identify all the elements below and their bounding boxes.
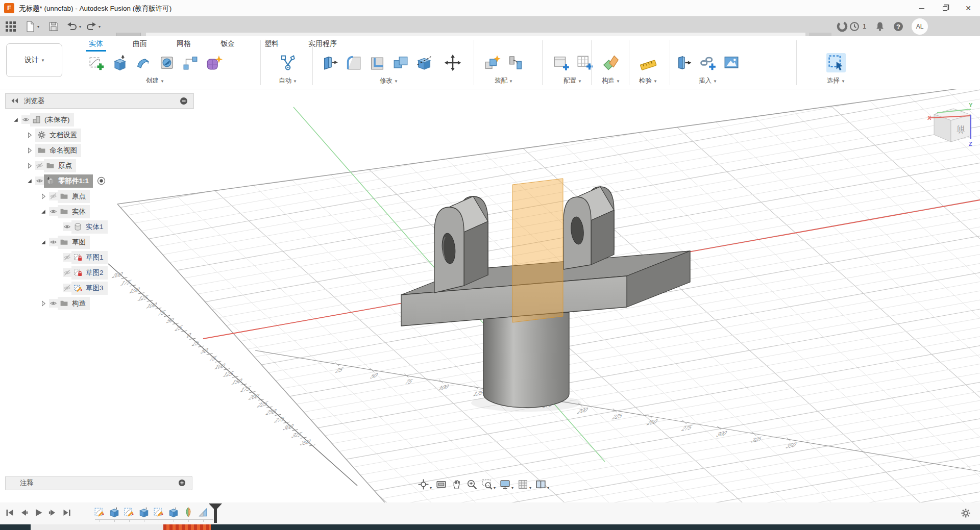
expanded-expander-icon[interactable] [12,116,19,123]
job-status-icon[interactable] [848,20,861,33]
orbit-tool[interactable]: ▾ [418,478,432,492]
timeline-skip-end-button[interactable] [62,508,72,517]
configure-icon[interactable] [551,53,571,72]
collapsed-expander-icon[interactable] [26,132,33,139]
hole-icon[interactable] [157,53,177,72]
new-component-icon[interactable] [482,53,502,72]
restore-button[interactable] [933,0,957,16]
tree-row-实体[interactable]: 实体 [40,205,90,218]
orbit-icon[interactable] [418,478,429,492]
view-cube[interactable]: 前XYZ [925,102,980,151]
collapsed-expander-icon[interactable] [40,193,47,200]
collapsed-expander-icon[interactable] [40,300,47,307]
visibility-eye-off-icon[interactable] [35,161,44,170]
display-settings-tool[interactable]: ▾ [499,478,513,492]
shell-icon[interactable] [368,53,387,72]
select-icon[interactable] [826,53,846,72]
visibility-eye-icon[interactable] [63,222,71,231]
group-label-选择[interactable]: 选择▼ [827,77,845,85]
group-label-修改[interactable]: 修改▼ [380,77,398,85]
undo-button[interactable] [65,20,79,33]
combine-icon[interactable] [391,53,410,72]
pan-tool[interactable] [451,478,462,492]
expanded-expander-icon[interactable] [26,178,33,185]
group-label-配置[interactable]: 配置▼ [564,77,582,85]
ribbon-tab-曲面[interactable]: 曲面 [132,37,148,51]
tree-row-文档设置[interactable]: 文档设置 [26,128,81,142]
grid-settings-tool[interactable]: ▾ [517,478,531,492]
tree-row-零部件1:1[interactable]: 零部件1:1 [26,174,106,188]
ribbon-tab-塑料[interactable]: 塑料 [263,37,280,51]
add-comment-icon[interactable] [178,479,187,488]
collapsed-expander-icon[interactable] [26,162,33,169]
tree-row-命名视图[interactable]: 命名视图 [26,143,81,157]
timeline-feature-extrude-icon[interactable] [109,507,120,518]
move-icon[interactable] [443,53,462,72]
form-icon[interactable] [204,53,224,72]
viewports-icon[interactable] [535,478,547,492]
pattern-icon[interactable] [181,53,200,72]
dropdown-caret-icon[interactable]: ▾ [529,486,531,492]
create-sketch-icon[interactable] [87,53,106,72]
look-at-icon[interactable] [435,478,447,492]
help-icon[interactable]: ? [892,20,904,33]
timeline-settings-gear-icon[interactable] [961,508,971,518]
timeline-feature-sketch-icon[interactable] [153,507,164,518]
tree-row-草图1[interactable]: 草图1 [54,250,108,264]
tree-row-原点[interactable]: 原点 [26,159,76,172]
timeline-step-fwd-button[interactable] [48,508,58,517]
measure-icon[interactable] [639,53,658,72]
zoom-window-icon[interactable] [481,478,493,492]
activate-component-radio[interactable] [97,176,106,185]
group-label-创建[interactable]: 创建▼ [146,77,164,85]
fillet-icon[interactable] [344,53,363,72]
ribbon-tab-钣金[interactable]: 钣金 [219,37,236,51]
file-new-button[interactable] [23,20,37,33]
visibility-eye-icon[interactable] [35,176,44,185]
joint-icon[interactable] [506,53,525,72]
tree-row-草图2[interactable]: 草图2 [54,266,108,280]
tree-row-草图[interactable]: 草图 [40,235,90,249]
visibility-eye-off-icon[interactable] [63,268,71,277]
dropdown-caret-icon[interactable]: ▾ [547,486,549,492]
ribbon-tab-网格[interactable]: 网格 [176,37,192,51]
redo-button[interactable] [85,20,98,33]
automate-icon[interactable] [278,53,298,72]
pan-icon[interactable] [451,478,462,492]
visibility-eye-icon[interactable] [49,207,58,216]
group-label-插入[interactable]: 插入▼ [699,77,717,85]
timeline-step-back-button[interactable] [19,508,30,517]
extensions-icon[interactable] [836,20,848,33]
zoom-icon[interactable] [466,478,478,492]
save-button[interactable] [47,20,60,33]
press-pull-icon[interactable] [321,53,340,72]
timeline-marker-bar[interactable] [214,503,217,523]
expanded-expander-icon[interactable] [40,239,47,246]
comments-bar[interactable]: 注释 [5,476,192,490]
minimize-button[interactable] [910,0,933,16]
timeline-feature-mirror-icon[interactable] [183,507,194,518]
visibility-eye-icon[interactable] [49,299,58,308]
insert-link-icon[interactable] [698,53,718,72]
dropdown-caret-icon[interactable]: ▾ [79,24,81,29]
dropdown-caret-icon[interactable]: ▾ [511,486,513,492]
tree-row-原点[interactable]: 原点 [40,189,90,203]
tree-row-(未保存)[interactable]: (未保存) [12,113,74,127]
zoom-window-tool[interactable]: ▾ [481,478,496,492]
timeline-feature-draft-icon[interactable] [198,507,209,518]
visibility-eye-icon[interactable] [21,115,30,124]
timeline-feature-extrude-icon[interactable] [138,507,150,518]
insert-derive-icon[interactable] [675,53,694,72]
user-avatar[interactable]: AL [912,18,928,35]
visibility-eye-off-icon[interactable] [49,192,58,200]
collapsed-expander-icon[interactable] [26,147,33,154]
dropdown-caret-icon[interactable]: ▾ [494,486,496,492]
visibility-eye-icon[interactable] [49,238,58,246]
grid-settings-icon[interactable] [517,478,529,492]
viewports-tool[interactable]: ▾ [535,478,549,492]
tree-row-实体1[interactable]: 实体1 [54,220,108,234]
timeline-skip-start-button[interactable] [5,508,15,517]
extrude-icon[interactable] [110,53,130,72]
sweep-icon[interactable] [134,53,153,72]
dropdown-caret-icon[interactable]: ▾ [99,24,101,29]
